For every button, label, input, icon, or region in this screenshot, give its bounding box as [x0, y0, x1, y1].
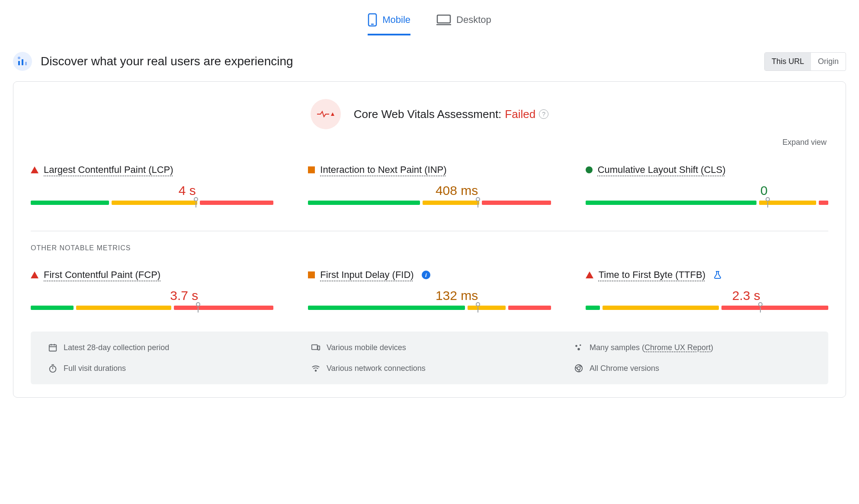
svg-point-4 [18, 57, 20, 59]
svg-point-19 [577, 348, 580, 351]
metric-value-ttfb: 2.3 s [732, 288, 760, 303]
other-metrics-grid: First Contentful Paint (FCP) 3.7 s First… [31, 269, 828, 310]
stopwatch-icon [48, 364, 58, 373]
svg-rect-6 [22, 59, 23, 65]
svg-point-17 [575, 345, 577, 347]
marker-icon [476, 302, 480, 306]
flask-icon[interactable] [713, 271, 722, 279]
metric-lcp: Largest Contentful Paint (LCP) 4 s [31, 164, 273, 205]
tab-desktop[interactable]: Desktop [436, 13, 491, 35]
svg-rect-5 [18, 61, 20, 65]
desktop-icon [436, 14, 451, 26]
svg-rect-2 [437, 15, 450, 23]
page-title: Discover what your real users are experi… [41, 54, 293, 68]
marker-icon [196, 302, 200, 306]
assessment-row: Core Web Vitals Assessment: Failed ? [31, 99, 828, 129]
wifi-icon [311, 364, 321, 373]
distribution-bar-fcp [31, 306, 273, 310]
toggle-origin[interactable]: Origin [811, 53, 846, 70]
metric-value-fcp: 3.7 s [170, 288, 198, 303]
svg-rect-11 [49, 345, 57, 351]
metric-name-lcp[interactable]: Largest Contentful Paint (LCP) [44, 164, 173, 175]
scatter-icon [574, 343, 583, 352]
assessment-status: Failed [505, 108, 535, 121]
square-icon [308, 166, 315, 173]
metric-name-inp[interactable]: Interaction to Next Paint (INP) [320, 164, 446, 175]
svg-rect-7 [25, 62, 27, 65]
svg-marker-8 [331, 112, 334, 116]
fail-status-icon [311, 99, 341, 129]
footer-collection: Latest 28-day collection period [48, 343, 285, 352]
metric-name-ttfb[interactable]: Time to First Byte (TTFB) [599, 269, 705, 281]
tab-mobile-label: Mobile [382, 14, 410, 26]
svg-point-18 [580, 345, 581, 346]
chrome-ux-report-link[interactable]: Chrome UX Report [644, 343, 711, 352]
metric-value-fid: 132 ms [436, 288, 478, 303]
triangle-icon [31, 166, 38, 173]
scope-toggle: This URL Origin [764, 52, 846, 71]
metric-value-lcp: 4 s [179, 183, 196, 198]
help-icon[interactable]: ? [539, 109, 548, 119]
metric-value-cls: 0 [760, 183, 768, 198]
metric-cls: Cumulative Layout Shift (CLS) 0 [586, 164, 828, 205]
header-row: Discover what your real users are experi… [13, 48, 846, 81]
svg-rect-15 [312, 345, 317, 350]
footer-durations: Full visit durations [48, 364, 285, 373]
metric-name-fid[interactable]: First Input Delay (FID) [320, 269, 413, 281]
metric-name-cls[interactable]: Cumulative Layout Shift (CLS) [598, 164, 726, 175]
metric-fid: First Input Delay (FID) i 132 ms [308, 269, 551, 310]
field-data-icon [13, 52, 32, 71]
circle-icon [586, 166, 593, 173]
metric-fcp: First Contentful Paint (FCP) 3.7 s [31, 269, 273, 310]
square-icon [308, 271, 315, 278]
footer-network: Various network connections [311, 364, 548, 373]
tab-mobile[interactable]: Mobile [368, 13, 410, 35]
assessment-prefix: Core Web Vitals Assessment: [354, 108, 502, 121]
metric-name-fcp[interactable]: First Contentful Paint (FCP) [44, 269, 160, 281]
device-tabs: Mobile Desktop [13, 9, 846, 48]
metric-inp: Interaction to Next Paint (INP) 408 ms [308, 164, 551, 205]
calendar-icon [48, 343, 58, 352]
tab-desktop-label: Desktop [456, 14, 491, 26]
triangle-icon [31, 271, 38, 278]
footer-info: Latest 28-day collection period Various … [31, 332, 828, 384]
divider [31, 231, 828, 231]
triangle-icon [586, 271, 593, 278]
marker-icon [476, 197, 480, 201]
distribution-bar-cls [586, 201, 828, 205]
distribution-bar-fid [308, 306, 551, 310]
distribution-bar-ttfb [586, 306, 828, 310]
other-metrics-label: OTHER NOTABLE METRICS [31, 244, 828, 252]
info-icon[interactable]: i [422, 271, 430, 279]
marker-icon [766, 197, 770, 201]
marker-icon [194, 197, 198, 201]
footer-devices: Various mobile devices [311, 343, 548, 352]
marker-icon [758, 302, 763, 306]
svg-rect-16 [318, 346, 320, 350]
chrome-icon [574, 364, 583, 373]
toggle-this-url[interactable]: This URL [765, 53, 811, 70]
metric-value-inp: 408 ms [436, 183, 478, 198]
mobile-icon [368, 13, 377, 27]
devices-icon [311, 343, 321, 352]
expand-view-link[interactable]: Expand view [32, 138, 827, 147]
footer-samples: Many samples (Chrome UX Report) [574, 343, 811, 352]
core-vitals-grid: Largest Contentful Paint (LCP) 4 s Inter… [31, 164, 828, 205]
metric-ttfb: Time to First Byte (TTFB) 2.3 s [586, 269, 828, 310]
vitals-card: Core Web Vitals Assessment: Failed ? Exp… [13, 81, 846, 398]
distribution-bar-lcp [31, 201, 273, 205]
footer-versions: All Chrome versions [574, 364, 811, 373]
distribution-bar-inp [308, 201, 551, 205]
svg-point-20 [50, 366, 56, 373]
svg-point-23 [315, 370, 317, 371]
